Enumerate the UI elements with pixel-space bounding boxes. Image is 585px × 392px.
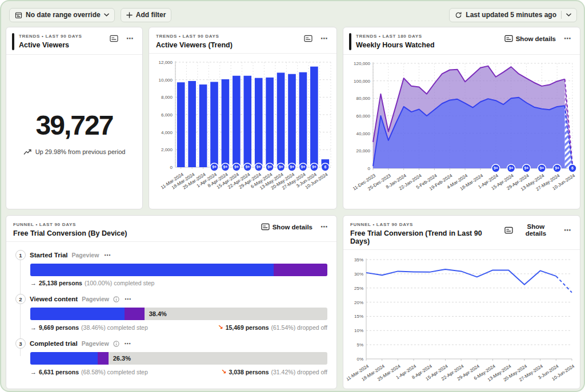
card-header: FUNNEL • LAST 90 DAYS Free Trial Convers… [343,216,580,250]
accent-bar [349,33,351,50]
step-event: Pageview [71,252,99,258]
funnel-steps: 1 Started Trial Pageview ⋯ → 25,138 pers [15,250,327,375]
more-menu-button[interactable]: ⋯ [319,35,330,42]
svg-text:2,000: 2,000 [161,147,173,152]
funnel-bar-segment-blue [30,264,274,276]
show-details-button[interactable]: Show details [503,222,557,238]
chevron-down-icon[interactable] [566,13,571,17]
card-title[interactable]: Weekly Hours Watched [356,41,435,49]
dropped-off-arrow-icon: ↘ [221,368,226,375]
card-header: TRENDS • LAST 90 DAYS Active Viewers ⋯ [6,27,142,55]
completed-count[interactable]: 6,631 persons [39,369,79,375]
svg-text:9+: 9+ [290,165,294,169]
svg-text:0: 0 [170,165,173,170]
card-title[interactable]: Free Trial Conversion (Trend in Last 90 … [350,229,503,245]
metric-value: 39,727 [36,112,113,139]
chevron-down-icon [104,13,109,17]
card-body: 02,0004,0006,0008,00010,00012,00011-Mar-… [149,54,336,209]
svg-text:60,000: 60,000 [356,114,371,119]
card-body: 020,00040,00060,00080,000100,000120,0001… [343,55,580,209]
funnel-step-viewed-content: 2 Viewed content Pageview ⋯ 38.4% [15,294,327,331]
card-eyebrow: TRENDS • LAST 90 DAYS [156,34,233,39]
svg-text:80,000: 80,000 [356,96,371,101]
svg-text:9+: 9+ [245,165,250,169]
refresh-button[interactable]: Last updated 5 minutes ago [449,8,577,22]
bar-chart[interactable]: 02,0004,0006,0008,00010,00012,00011-Mar-… [153,55,334,209]
funnel-bar-segment-purple [98,352,109,365]
details-icon-button[interactable] [109,34,119,43]
step-more-button[interactable]: ⋯ [123,296,133,302]
step-more-button[interactable]: ⋯ [103,252,112,258]
more-menu-button[interactable]: ⋯ [563,227,573,234]
svg-text:9+: 9+ [555,166,559,170]
svg-text:20%: 20% [354,300,363,305]
conversion-rate-label: 38.4% [149,310,167,317]
show-details-button[interactable]: Show details [503,34,557,43]
completed-count[interactable]: 25,138 persons [39,280,82,286]
toolbar: No date range override Add filter Last u… [9,7,577,22]
card-body: 0%5%10%15%20%25%30%35%11-Mar-202418-Mar-… [343,250,580,389]
completed-detail: (68.58%) completed step [81,369,148,375]
details-icon-button[interactable] [303,34,314,43]
metric-delta: Up 29.98% from previous period [23,148,126,155]
dropped-count[interactable]: 3,038 persons [229,369,269,375]
card-title[interactable]: Active Viewers (Trend) [156,41,233,49]
funnel-bar[interactable] [30,352,327,365]
add-filter-button[interactable]: Add filter [121,8,172,22]
show-details-label: Show details [516,223,556,237]
funnel-bar-segment-purple [125,308,144,320]
svg-text:9+: 9+ [279,165,283,169]
conversion-rate-label: 26.3% [113,355,131,362]
svg-text:10,000: 10,000 [159,78,173,83]
svg-text:40,000: 40,000 [356,131,371,136]
arrow-right-icon: → [30,324,37,331]
card-active-viewers: TRENDS • LAST 90 DAYS Active Viewers ⋯ 3… [6,27,143,209]
step-number: 1 [15,250,26,260]
svg-text:9+: 9+ [267,165,272,169]
svg-text:4,000: 4,000 [161,130,173,135]
svg-text:20,000: 20,000 [356,148,371,153]
card-eyebrow: FUNNEL • LAST 90 DAYS [350,222,503,227]
svg-text:9+: 9+ [494,166,498,170]
refresh-icon [455,11,462,19]
trend-up-icon [23,149,32,155]
more-menu-button[interactable]: ⋯ [319,223,330,231]
card-eyebrow: TRENDS • LAST 180 DAYS [356,34,435,39]
arrow-right-icon: → [30,369,37,375]
area-chart[interactable]: 020,00040,00060,00080,000100,000120,0001… [347,56,578,209]
date-range-override-button[interactable]: No date range override [9,8,115,22]
svg-text:0: 0 [368,166,371,171]
svg-text:12,000: 12,000 [159,60,173,65]
add-filter-label: Add filter [136,11,166,19]
svg-text:35%: 35% [354,257,363,262]
info-icon[interactable] [113,296,119,302]
svg-text:6,000: 6,000 [161,112,173,118]
card-body: 39,727 Up 29.98% from previous period [6,55,142,209]
step-more-button[interactable]: ⋯ [123,341,133,347]
line-chart[interactable]: 0%5%10%15%20%25%30%35%11-Mar-202418-Mar-… [347,252,578,389]
more-menu-button[interactable]: ⋯ [563,35,573,42]
svg-text:9+: 9+ [223,165,228,169]
completed-detail: (38.46%) completed step [81,324,148,331]
completed-detail: (100.00%) completed step [85,280,155,286]
funnel-bar[interactable] [30,308,327,320]
card-title[interactable]: Free Trial Conversion (By Device) [13,229,127,237]
completed-count[interactable]: 9,669 persons [39,324,79,331]
card-active-viewers-trend: TRENDS • LAST 90 DAYS Active Viewers (Tr… [149,27,337,209]
svg-text:8,000: 8,000 [161,95,173,100]
funnel-step-completed-trial: 3 Completed trial Pageview ⋯ 26.3 [15,338,327,375]
funnel-bar-segment-purple [274,264,327,276]
svg-text:10%: 10% [354,328,363,333]
info-icon[interactable] [113,341,119,347]
dashboard-frame: No date range override Add filter Last u… [0,0,585,392]
dropped-detail: (61.54%) dropped off [271,324,327,331]
svg-text:9+: 9+ [509,166,514,170]
show-details-button[interactable]: Show details [260,222,314,232]
more-menu-button[interactable]: ⋯ [125,35,135,42]
dropped-count[interactable]: 15,469 persons [226,324,269,331]
card-title[interactable]: Active Viewers [19,41,82,49]
step-name: Started Trial [30,252,67,258]
funnel-bar[interactable] [30,264,327,276]
calendar-icon [15,11,22,19]
svg-text:9+: 9+ [301,165,306,169]
